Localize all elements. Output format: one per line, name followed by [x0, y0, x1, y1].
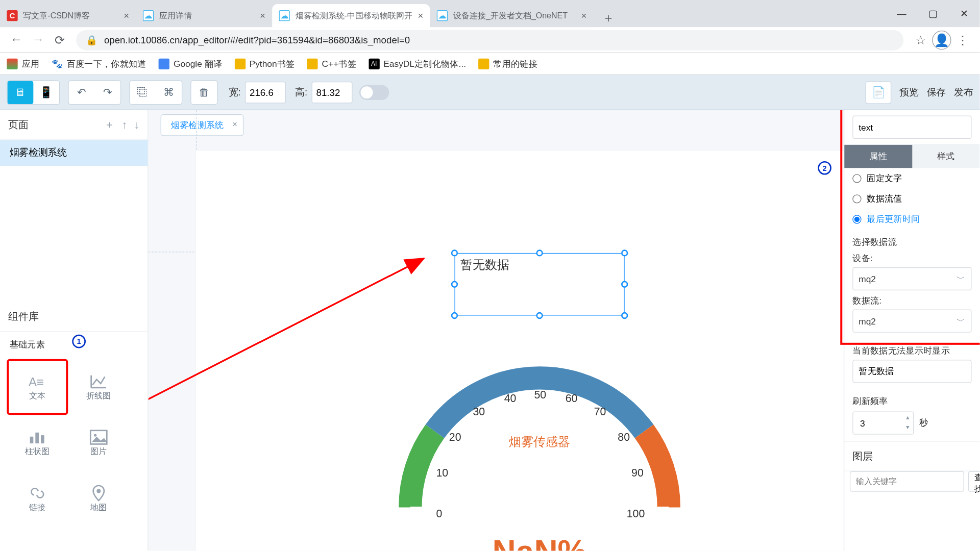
bookmark-gtranslate[interactable]: Google 翻译 — [159, 58, 223, 70]
star-button[interactable]: ☆ — [909, 30, 932, 49]
width-input[interactable] — [245, 81, 286, 103]
tab-attributes[interactable]: 属性 — [844, 145, 912, 168]
device-select[interactable]: mq2﹀ — [852, 267, 971, 290]
bookmark-links[interactable]: 常用的链接 — [478, 58, 537, 70]
bookmark-baidu[interactable]: 🐾百度一下，你就知道 — [52, 58, 146, 70]
maximize-button[interactable]: ▢ — [917, 0, 948, 27]
publish-button[interactable]: 发布 — [954, 86, 973, 98]
save-button[interactable]: 保存 — [927, 86, 946, 98]
left-sidebar: 页面 ＋ ↑ ↓ 烟雾检测系统 组件库 基础元素 1 A≡ 文本 — [0, 110, 149, 551]
placeholder-text: 暂无数据 — [460, 257, 509, 273]
tab-app-detail[interactable]: ☁ 应用详情 × — [136, 4, 273, 27]
close-icon[interactable]: × — [418, 10, 423, 21]
tab-onenet-docs[interactable]: ☁ 设备连接_开发者文档_OneNET × — [430, 4, 594, 27]
url-text: open.iot.10086.cn/app_editor/#/edit?pid=… — [104, 34, 410, 45]
resize-handle[interactable] — [451, 312, 458, 319]
layer-search-button[interactable]: 查找 — [968, 471, 980, 492]
mobile-view-button[interactable]: 📱 — [33, 81, 59, 104]
bookmark-python[interactable]: Python书签 — [234, 58, 295, 70]
layer-search-input[interactable] — [850, 471, 964, 492]
close-icon[interactable]: × — [232, 119, 237, 129]
desktop-view-button[interactable]: 🖥 — [8, 81, 34, 104]
profile-button[interactable]: 👤 — [932, 30, 951, 49]
element-name-input[interactable] — [852, 116, 971, 139]
forward-button[interactable]: → — [27, 30, 49, 49]
component-link[interactable]: 链接 — [7, 470, 68, 526]
bm-label: EasyDL定制化物体... — [383, 58, 466, 70]
page-item-smoke[interactable]: 烟雾检测系统 — [0, 140, 148, 166]
add-page-icon[interactable]: ＋ — [104, 118, 115, 132]
close-icon[interactable]: × — [581, 10, 586, 21]
component-bar-chart[interactable]: 柱状图 — [7, 415, 68, 470]
lock-icon: 🔒 — [86, 34, 97, 45]
undo-button[interactable]: ↶ — [69, 81, 95, 104]
radio-last-update[interactable]: 最后更新时间 — [844, 209, 979, 229]
bookmark-easydl[interactable]: AIEasyDL定制化物体... — [369, 58, 466, 70]
radio-stream-value[interactable]: 数据流值 — [844, 188, 979, 209]
minimize-button[interactable]: — — [886, 0, 917, 27]
resize-handle[interactable] — [536, 249, 543, 256]
delete-button[interactable]: 🗑 — [191, 81, 217, 104]
svg-rect-1 — [30, 436, 34, 443]
move-down-icon[interactable]: ↓ — [134, 119, 140, 131]
copy-button[interactable]: ⿻ — [130, 81, 156, 104]
menu-button[interactable]: ⋮ — [951, 30, 974, 49]
resize-handle[interactable] — [621, 249, 628, 256]
step-up-icon[interactable]: ▲ — [905, 413, 911, 423]
gauge-widget[interactable]: 0 10 20 30 40 50 60 70 80 90 100 — [393, 344, 685, 550]
comp-label: 图片 — [90, 446, 107, 458]
close-window-button[interactable]: ✕ — [948, 0, 979, 27]
redo-button[interactable]: ↷ — [94, 81, 120, 104]
tab-style[interactable]: 样式 — [912, 145, 980, 168]
back-button[interactable]: ← — [6, 30, 28, 49]
selected-text-element[interactable]: 暂无数据 — [454, 253, 624, 316]
resize-handle[interactable] — [451, 281, 458, 288]
bookmark-cpp[interactable]: C++书签 — [307, 58, 356, 70]
tab-csdn[interactable]: C 写文章-CSDN博客 × — [0, 4, 136, 27]
svg-text:70: 70 — [594, 406, 606, 418]
component-line-chart[interactable]: 折线图 — [68, 359, 129, 415]
component-image[interactable]: 图片 — [68, 415, 129, 470]
group-button[interactable]: ⌘ — [156, 81, 182, 104]
tab-smoke-editor[interactable]: ☁ 烟雾检测系统-中国移动物联网开 × — [272, 4, 430, 27]
bm-label: 应用 — [22, 58, 40, 70]
height-input[interactable] — [311, 81, 352, 103]
resize-handle[interactable] — [621, 312, 628, 319]
component-text[interactable]: A≡ 文本 — [7, 359, 68, 415]
preview-button[interactable]: 预览 — [899, 86, 918, 98]
close-icon[interactable]: × — [124, 10, 129, 21]
lib-title: 组件库 — [8, 310, 39, 323]
svg-text:0: 0 — [436, 508, 442, 520]
datastream-select[interactable]: mq2﹀ — [852, 310, 971, 333]
refresh-number-input[interactable]: 3 ▲▼ — [852, 411, 914, 434]
resize-handle[interactable] — [621, 281, 628, 288]
gauge-value: NaN% — [393, 533, 685, 551]
window-controls: — ▢ ✕ — [886, 0, 980, 27]
resize-handle[interactable] — [536, 312, 543, 319]
new-tab-button[interactable]: ＋ — [599, 8, 618, 27]
document-icon[interactable]: 📄 — [866, 81, 892, 104]
height-label: 高: — [295, 86, 307, 98]
tab-title: 应用详情 — [159, 10, 254, 21]
bm-label: Python书签 — [250, 58, 295, 70]
reload-button[interactable]: ⟳ — [49, 30, 71, 49]
annotation-badge-2: 2 — [818, 161, 831, 175]
canvas[interactable]: 暂无数据 — [196, 151, 844, 551]
move-up-icon[interactable]: ↑ — [122, 119, 128, 131]
svg-text:100: 100 — [627, 508, 645, 520]
bm-label: C++书签 — [322, 58, 356, 70]
apps-button[interactable]: 应用 — [7, 58, 39, 70]
component-map[interactable]: 地图 — [68, 470, 129, 526]
grid-toggle[interactable] — [359, 85, 389, 99]
url-field[interactable]: 🔒 open.iot.10086.cn/app_editor/#/edit?pi… — [76, 30, 903, 50]
layers-title: 图层 — [852, 450, 873, 463]
svg-point-5 — [94, 434, 96, 436]
resize-handle[interactable] — [451, 249, 458, 256]
canvas-area[interactable]: 烟雾检测系统 × 暂无数据 — [149, 110, 844, 551]
step-down-icon[interactable]: ▼ — [905, 423, 911, 433]
nodata-input[interactable] — [852, 360, 971, 383]
canvas-page-tab[interactable]: 烟雾检测系统 × — [161, 114, 244, 136]
radio-fixed-text[interactable]: 固定文字 — [844, 168, 979, 188]
radio-label: 最后更新时间 — [867, 213, 920, 225]
close-icon[interactable]: × — [260, 10, 265, 21]
